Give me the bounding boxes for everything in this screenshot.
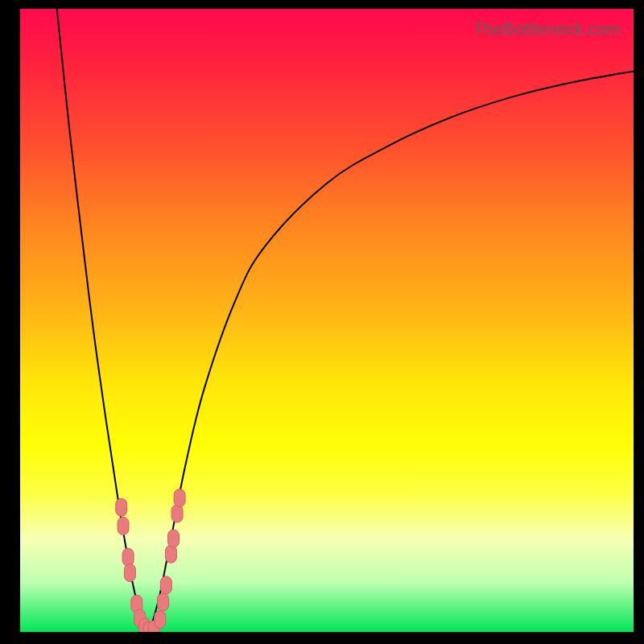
data-point-marker [116, 498, 127, 516]
data-point-marker [118, 517, 129, 535]
data-point-markers [20, 9, 634, 632]
marker-group [116, 489, 185, 632]
data-point-marker [171, 505, 183, 522]
plot-area: TheBottleneck.com [20, 9, 634, 632]
data-point-marker [122, 548, 134, 566]
data-point-marker [174, 489, 185, 507]
data-point-marker [124, 564, 135, 581]
watermark-text: TheBottleneck.com [473, 19, 621, 39]
data-point-marker [158, 593, 169, 611]
data-point-marker [168, 530, 180, 547]
data-point-marker [155, 611, 166, 629]
data-point-marker [160, 576, 171, 594]
data-point-marker [165, 545, 176, 563]
chart-frame: TheBottleneck.com [0, 0, 644, 644]
